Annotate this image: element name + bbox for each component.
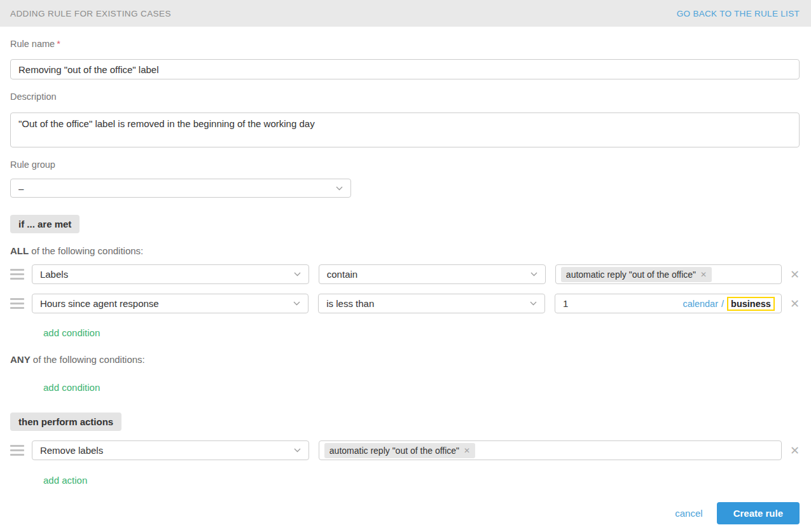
remove-condition-icon[interactable]: ✕ [790,298,800,310]
action-type-select[interactable]: Remove labels [32,440,309,460]
page-title: ADDING RULE FOR EXISTING CASES [10,9,171,18]
condition-operator-select[interactable]: is less than [318,294,545,313]
if-conditions-badge: if ... are met [10,215,80,233]
condition-value-input[interactable]: automatic reply "out of the office" ✕ [555,264,782,284]
rule-group-value: – [18,183,331,194]
condition-row: Hours since agent response is less than … [10,294,800,313]
form-content: Rule name* Description "Out of the offic… [0,39,811,524]
label-tag: automatic reply "out of the office" ✕ [561,267,712,282]
rule-editor-page: ADDING RULE FOR EXISTING CASES GO BACK T… [0,0,811,532]
any-conditions-heading: ANY of the following conditions: [10,354,800,365]
business-mode-toggle[interactable]: business [727,297,775,311]
rule-name-label: Rule name* [10,39,800,49]
footer-actions: cancel Create rule [10,502,800,524]
chevron-down-icon [293,301,300,306]
all-conditions-prefix: ALL [10,245,29,256]
condition-number-field: calendar / business [555,294,782,313]
action-type-value: Remove labels [40,445,289,456]
condition-operator-select[interactable]: contain [319,264,546,284]
label-tag-text: automatic reply "out of the office" [329,446,459,456]
add-action-link[interactable]: add action [43,475,87,486]
then-actions-badge: then perform actions [10,413,121,431]
tag-remove-icon[interactable]: ✕ [700,271,707,278]
rule-name-label-text: Rule name [10,39,55,49]
add-condition-link-any[interactable]: add condition [43,382,100,393]
condition-field-select[interactable]: Labels [32,264,309,284]
label-tag: automatic reply "out of the office" ✕ [324,443,475,458]
condition-operator-value: contain [327,269,525,280]
drag-handle-icon[interactable] [10,266,24,282]
chevron-down-icon [294,448,301,453]
action-row: Remove labels automatic reply "out of th… [10,440,800,460]
rule-name-input[interactable] [10,59,800,79]
tag-remove-icon[interactable]: ✕ [464,447,470,454]
all-conditions-heading: ALL of the following conditions: [10,245,800,256]
cancel-button[interactable]: cancel [675,508,702,519]
remove-action-icon[interactable]: ✕ [790,445,800,456]
chevron-down-icon [336,186,343,191]
add-condition-link-all[interactable]: add condition [43,327,100,338]
chevron-down-icon [530,272,537,276]
condition-field-select[interactable]: Hours since agent response [32,294,308,313]
condition-field-value: Hours since agent response [40,298,288,309]
required-asterisk: * [57,39,60,49]
action-value-input[interactable]: automatic reply "out of the office" ✕ [319,440,782,460]
condition-operator-value: is less than [326,298,525,309]
description-textarea[interactable]: "Out of the office" label is removed in … [10,113,800,147]
all-conditions-suffix: of the following conditions: [29,245,143,256]
go-back-link[interactable]: GO BACK TO THE RULE LIST [677,9,800,18]
label-tag-text: automatic reply "out of the office" [566,269,696,280]
description-label: Description [10,92,800,102]
remove-condition-icon[interactable]: ✕ [790,269,800,280]
any-conditions-suffix: of the following conditions: [31,354,145,365]
page-header: ADDING RULE FOR EXISTING CASES GO BACK T… [0,0,811,27]
chevron-down-icon [294,272,301,276]
condition-row: Labels contain automatic reply "out of t… [10,264,800,284]
mode-separator: / [721,299,724,309]
any-conditions-prefix: ANY [10,354,31,365]
calendar-mode-link[interactable]: calendar [683,299,718,309]
chevron-down-icon [530,301,537,306]
drag-handle-icon[interactable] [10,296,24,311]
condition-field-value: Labels [40,269,289,280]
hours-value-input[interactable] [562,297,683,310]
rule-group-label: Rule group [10,160,800,170]
drag-handle-icon[interactable] [10,442,24,458]
create-rule-button[interactable]: Create rule [717,502,800,524]
rule-group-select[interactable]: – [10,179,351,198]
